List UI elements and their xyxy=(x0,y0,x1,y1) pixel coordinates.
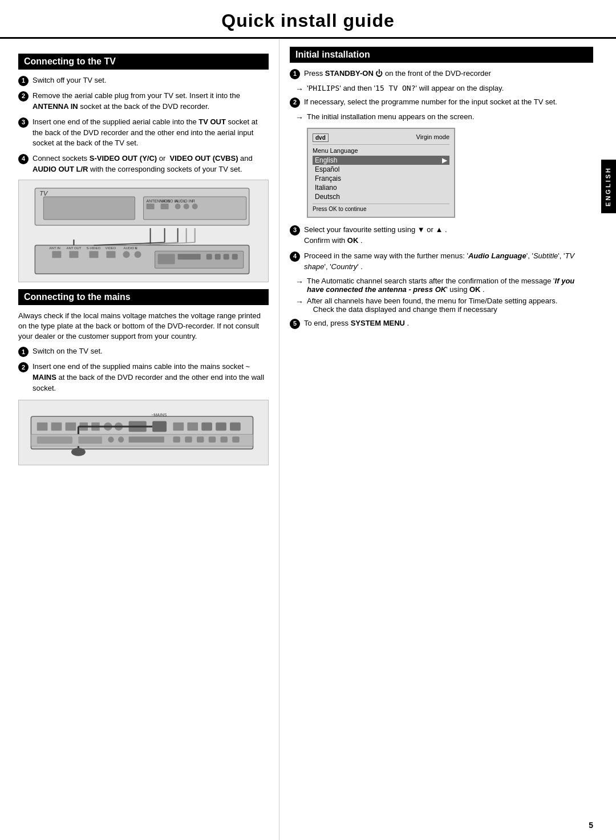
init-step-5: 5 To end, press SYSTEM MENU . xyxy=(290,318,593,329)
mains-connection-diagram: ~MAINS xyxy=(18,400,269,465)
svg-rect-60 xyxy=(187,422,198,431)
svg-text:ANT IN: ANT IN xyxy=(49,246,60,250)
svg-rect-44 xyxy=(232,254,238,259)
svg-text:R: R xyxy=(135,246,137,250)
page-title: Quick install guide xyxy=(0,10,616,31)
mains-step-2: 2 Insert one end of the supplied mains c… xyxy=(18,362,269,394)
svg-text:TV: TV xyxy=(39,190,48,197)
svg-rect-7 xyxy=(161,204,169,209)
step-num-2: 2 xyxy=(18,91,29,102)
virgin-mode-label: Virgin mode xyxy=(416,133,450,142)
svg-rect-69 xyxy=(129,436,164,442)
svg-rect-22 xyxy=(52,251,61,258)
connecting-mains-heading: Connecting to the mains xyxy=(18,289,269,305)
init-step-1-arrow: → 'PHILIPS' and then '15 TV ON?' will ap… xyxy=(295,84,593,94)
menu-top: dvd Virgin mode xyxy=(313,133,449,145)
mains-step-2-text: Insert one end of the supplied mains cab… xyxy=(33,362,269,394)
svg-rect-39 xyxy=(158,254,175,264)
mains-step-num-2: 2 xyxy=(18,362,29,372)
arrow-icon-4b: → xyxy=(295,297,303,306)
svg-rect-67 xyxy=(108,436,114,442)
svg-rect-43 xyxy=(224,254,229,259)
svg-rect-24 xyxy=(69,251,78,258)
tv-step-3-text: Insert one end of the supplied aerial ca… xyxy=(33,117,269,149)
svg-rect-42 xyxy=(215,254,221,259)
main-content: Connecting to the TV 1 Switch off your T… xyxy=(0,39,616,840)
language-list: English ▶ Español Français Italiano Deut… xyxy=(313,156,449,201)
tv-step-4: 4 Connect sockets S-VIDEO OUT (Y/C) or V… xyxy=(18,153,269,175)
svg-text:VIDEO: VIDEO xyxy=(105,246,116,250)
init-step-2-arrow: → The initial installation menu appears … xyxy=(295,112,593,122)
svg-rect-63 xyxy=(230,422,241,431)
svg-point-32 xyxy=(134,251,141,258)
page-title-bar: Quick install guide xyxy=(0,0,616,39)
lang-option-english[interactable]: English ▶ xyxy=(313,156,449,165)
init-step-1-text: Press STANDBY-ON ⏻ on the front of the D… xyxy=(304,68,593,79)
lang-option-deutsch[interactable]: Deutsch xyxy=(313,192,449,201)
svg-rect-5 xyxy=(146,204,154,209)
left-column: Connecting to the TV 1 Switch off your T… xyxy=(0,39,279,840)
mains-step-1-text: Switch on the TV set. xyxy=(33,346,269,357)
menu-language-label: Menu Language xyxy=(313,147,449,154)
arrow-icon-4a: → xyxy=(295,277,303,286)
init-step-5-text: To end, press SYSTEM MENU . xyxy=(304,318,593,329)
init-step-3-text: Select your favourite setting using ▼ or… xyxy=(304,225,593,246)
tv-step-2-text: Remove the aerial cable plug from your T… xyxy=(33,91,269,112)
step-num-1: 1 xyxy=(18,76,29,86)
mains-intro: Always check if the local mains voltage … xyxy=(18,311,269,342)
selected-indicator: ▶ xyxy=(435,156,447,164)
init-step-4: 4 Proceed in the same way with the furth… xyxy=(290,251,593,273)
svg-rect-41 xyxy=(206,254,212,259)
step-num-3: 3 xyxy=(18,117,29,128)
menu-footer: Press OK to continue xyxy=(313,204,449,212)
init-step-num-4: 4 xyxy=(290,251,300,262)
mains-step-1: 1 Switch on the TV set. xyxy=(18,346,269,357)
page-number: 5 xyxy=(589,821,593,830)
svg-text:S-VIDEO: S-VIDEO xyxy=(86,246,100,250)
init-step-4-arrow1-text: The Automatic channel search starts afte… xyxy=(307,277,593,294)
init-step-4-arrow1: → The Automatic channel search starts af… xyxy=(295,277,593,294)
svg-rect-71 xyxy=(185,436,192,442)
svg-rect-75 xyxy=(232,436,239,442)
connecting-mains-section: Connecting to the mains Always check if … xyxy=(18,289,269,465)
svg-rect-11 xyxy=(184,204,189,209)
tv-step-4-text: Connect sockets S-VIDEO OUT (Y/C) or VID… xyxy=(33,153,269,175)
mains-step-num-1: 1 xyxy=(18,347,29,357)
svg-text:R: R xyxy=(192,199,195,203)
svg-rect-47 xyxy=(51,422,62,431)
svg-rect-2 xyxy=(43,197,135,220)
svg-rect-61 xyxy=(201,422,212,431)
lang-option-espanol[interactable]: Español xyxy=(313,165,449,174)
init-step-4-arrow2: → After all channels have been found, th… xyxy=(295,297,593,314)
init-step-2-text: If necessary, select the programme numbe… xyxy=(304,97,593,108)
svg-rect-74 xyxy=(220,436,227,442)
svg-rect-54 xyxy=(152,421,167,432)
svg-rect-68 xyxy=(118,436,124,442)
svg-rect-13 xyxy=(192,204,198,209)
init-step-2-arrow-text: The initial installation menu appears on… xyxy=(307,112,474,121)
svg-rect-28 xyxy=(106,251,115,258)
connecting-tv-heading: Connecting to the TV xyxy=(18,54,269,70)
dvd-logo: dvd xyxy=(313,133,329,142)
svg-rect-72 xyxy=(197,436,204,442)
init-step-1-arrow-text: 'PHILIPS' and then '15 TV ON?' will appe… xyxy=(307,84,504,92)
svg-rect-9 xyxy=(175,204,181,209)
onscreen-menu: dvd Virgin mode Menu Language English ▶ … xyxy=(307,128,455,218)
init-step-num-5: 5 xyxy=(290,319,300,329)
svg-rect-65 xyxy=(37,436,72,443)
svg-text:ANT OUT: ANT OUT xyxy=(66,246,82,250)
init-step-3: 3 Select your favourite setting using ▼ … xyxy=(290,225,593,246)
svg-text:L: L xyxy=(184,199,186,203)
tv-step-2: 2 Remove the aerial cable plug from your… xyxy=(18,91,269,112)
lang-option-italiano[interactable]: Italiano xyxy=(313,183,449,192)
init-step-1: 1 Press STANDBY-ON ⏻ on the front of the… xyxy=(290,68,593,79)
svg-rect-66 xyxy=(78,436,102,443)
init-step-num-1: 1 xyxy=(290,69,300,79)
init-step-4-arrow2-text: After all channels have been found, the … xyxy=(307,297,557,314)
lang-option-francais[interactable]: Français xyxy=(313,174,449,183)
connecting-tv-section: Connecting to the TV 1 Switch off your T… xyxy=(18,54,269,282)
svg-rect-26 xyxy=(89,251,98,258)
tv-step-1: 1 Switch off your TV set. xyxy=(18,75,269,86)
tv-step-3: 3 Insert one end of the supplied aerial … xyxy=(18,117,269,149)
svg-rect-40 xyxy=(178,254,201,259)
